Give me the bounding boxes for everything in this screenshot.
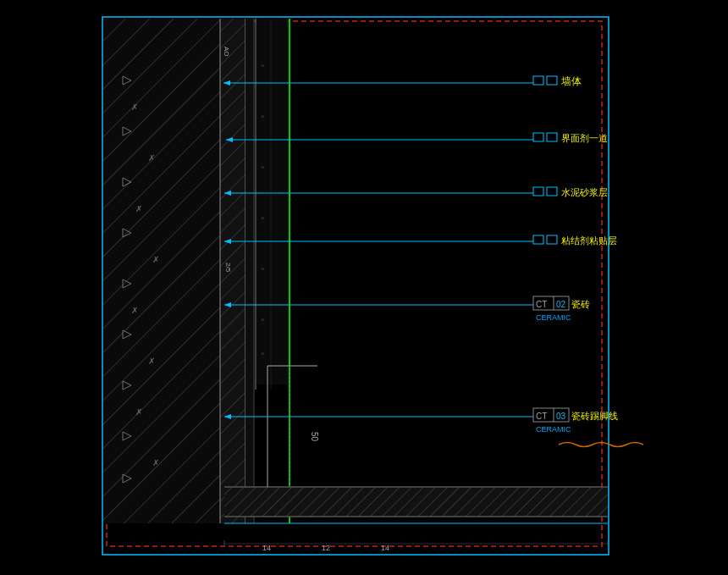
svg-rect-59: [547, 133, 557, 141]
svg-text:CT: CT: [536, 300, 547, 309]
svg-rect-23: [256, 19, 288, 384]
svg-rect-21: [245, 19, 254, 523]
svg-text:瓷砖: 瓷砖: [571, 299, 590, 309]
svg-text:12: 12: [322, 544, 330, 552]
svg-text:墙体: 墙体: [560, 75, 582, 87]
svg-rect-58: [533, 133, 543, 141]
svg-rect-35: [224, 487, 608, 517]
svg-rect-61: [533, 187, 543, 196]
svg-text:×: ×: [261, 113, 265, 120]
svg-text:✗: ✗: [135, 407, 142, 417]
svg-text:03: 03: [556, 412, 566, 421]
main-svg: × × × × × × × 50: [0, 0, 728, 575]
svg-rect-55: [533, 76, 543, 85]
svg-text:✗: ✗: [148, 153, 155, 163]
svg-text:✗: ✗: [152, 458, 159, 467]
svg-text:瓷砖踢脚线: 瓷砖踢脚线: [571, 411, 618, 421]
svg-text:✗: ✗: [131, 102, 138, 112]
svg-text:×: ×: [261, 265, 265, 273]
svg-rect-56: [547, 76, 557, 85]
svg-text:CERAMIC: CERAMIC: [536, 313, 571, 322]
drawing-canvas: × × × × × × × 50: [0, 0, 728, 575]
svg-rect-62: [547, 187, 557, 196]
svg-text:CERAMIC: CERAMIC: [536, 425, 571, 434]
svg-text:界面剂一道: 界面剂一道: [561, 133, 608, 143]
svg-text:✗: ✗: [152, 255, 159, 264]
svg-rect-6: [103, 19, 220, 523]
svg-text:14: 14: [381, 544, 389, 552]
svg-rect-17: [220, 19, 245, 523]
svg-rect-65: [547, 235, 557, 244]
svg-text:✗: ✗: [131, 306, 138, 315]
svg-text:14: 14: [262, 544, 271, 552]
svg-text:粘结剂粘贴层: 粘结剂粘贴层: [561, 235, 617, 246]
svg-text:×: ×: [261, 163, 265, 171]
svg-rect-64: [533, 235, 543, 244]
svg-text:50: 50: [310, 432, 319, 442]
svg-text:×: ×: [261, 62, 265, 69]
svg-text:×: ×: [261, 316, 265, 323]
svg-text:02: 02: [556, 300, 566, 309]
svg-text:✗: ✗: [148, 357, 155, 366]
svg-text:✗: ✗: [135, 204, 142, 213]
svg-text:AO: AO: [223, 47, 230, 57]
svg-text:2/5: 2/5: [224, 263, 232, 273]
svg-text:×: ×: [261, 350, 265, 357]
svg-text:CT: CT: [536, 412, 547, 421]
svg-text:水泥砂浆层: 水泥砂浆层: [561, 187, 608, 197]
svg-text:×: ×: [261, 214, 265, 222]
